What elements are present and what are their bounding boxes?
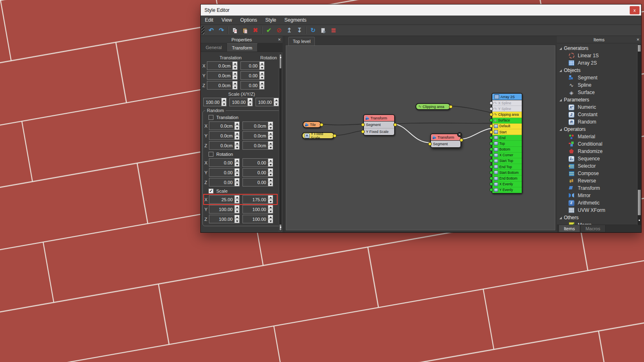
input-port[interactable] [489,101,493,105]
menu-options[interactable]: Options [236,16,261,25]
array-port-y-spline[interactable]: ∿Y Spline [492,106,522,112]
array-port-y-evenly[interactable]: Y Evenly [492,187,522,193]
random-translation-x-max-input[interactable]: 0.0cm [242,121,268,130]
node-transform-a[interactable]: Transform Segment Y Fixed Scale [363,114,395,136]
rotation-y-input[interactable]: 0.00 [240,71,259,80]
menu-edit[interactable]: Edit [201,16,218,25]
array-port-end-top[interactable]: End Top [492,164,522,170]
input-port[interactable] [489,159,493,163]
item-segment[interactable]: Segment [557,74,641,81]
discard-icon[interactable]: ⊘ [274,26,284,35]
spinner[interactable] [234,168,240,177]
section-others[interactable]: Others [557,214,641,221]
spinner[interactable] [234,121,240,130]
random-scale-x-max-input[interactable]: 175.00 [242,195,268,204]
node-tile[interactable]: Tile [303,121,321,128]
random-rotation-x-min-input[interactable]: 0.00 [209,158,234,167]
title-bar[interactable]: Style Editor x [201,4,641,16]
random-translation-y-max-input[interactable]: 0.0cm [242,131,268,140]
input-port[interactable] [489,142,493,145]
spinner[interactable] [268,178,273,187]
section-operators[interactable]: Operators [557,126,641,133]
spinner[interactable] [234,158,240,167]
style-list-icon[interactable]: ≣ [328,26,339,35]
array-port-start[interactable]: Start [492,129,522,135]
scale-y-spinner[interactable] [247,98,253,106]
random-scale-y-max-input[interactable]: 100.00 [242,205,268,214]
input-port[interactable] [489,182,493,186]
scale-y-input[interactable]: 100.00 [229,98,247,106]
paste-icon[interactable] [240,26,250,35]
random-scale-z-max-input[interactable]: 100.00 [242,215,268,223]
transform-a-input-y-fixed-scale[interactable]: Y Fixed Scale [364,128,394,135]
random-rotation-x-max-input[interactable]: 0.00 [242,158,268,167]
transform-b-header[interactable]: Transform [431,134,460,141]
item-uvw-xform[interactable]: UVW XForm [557,207,641,214]
input-port[interactable] [489,136,493,139]
input-port[interactable] [489,119,493,122]
input-port[interactable] [489,107,493,110]
segment-input-port[interactable] [361,123,365,127]
clipping-area-output-port[interactable] [449,105,453,108]
translation-z-spinner[interactable] [232,81,238,90]
array-port-default[interactable]: Default [492,124,522,129]
refresh-icon[interactable]: ↻ [308,26,318,35]
translation-x-spinner[interactable] [232,61,238,70]
input-port[interactable] [489,124,493,128]
transform-a-input-segment[interactable]: Segment [364,121,394,128]
rotation-x-input[interactable]: 0.00 [240,61,259,70]
translation-x-input[interactable]: 0.0cm [207,61,232,70]
menu-view[interactable]: View [218,16,236,25]
rotation-x-spinner[interactable] [259,61,265,70]
array-port-end-bottom[interactable]: End Bottom [492,175,522,181]
array-2s-header[interactable]: Array 2S [492,94,522,100]
rotation-y-spinner[interactable] [259,71,265,80]
item-surface[interactable]: ◈Surface [557,89,641,96]
random-rotation-z-min-input[interactable]: 0.00 [209,178,234,187]
random-translation-z-max-input[interactable]: 0.0cm [242,141,268,150]
items-scrollbar[interactable] [637,44,641,225]
item-compose[interactable]: Compose [557,170,641,177]
scale-z-input[interactable]: 100.00 [256,98,274,106]
items-header[interactable]: Items ✕ [557,36,641,43]
array-port-start-top[interactable]: Start Top [492,158,522,164]
properties-scrollbar[interactable] [279,53,282,232]
close-icon[interactable]: ✕ [636,38,640,42]
spinner[interactable] [234,205,240,214]
array-port-x-evenly[interactable]: X Evenly [492,182,522,187]
spinner[interactable] [234,131,240,140]
spinner[interactable] [234,195,240,204]
random-scale-y-min-input[interactable]: 100.00 [209,205,234,214]
scale-x-spinner[interactable] [221,98,227,106]
random-translation-x-min-input[interactable]: 0.0cm [209,121,234,130]
translation-y-spinner[interactable] [232,71,238,80]
item-spline[interactable]: ∿Spline [557,81,641,89]
expander-icon[interactable] [559,128,562,131]
item-conditional[interactable]: Conditional [557,140,641,148]
tab-transform[interactable]: Transform [227,43,258,52]
rotation-z-spinner[interactable] [259,81,265,90]
random-rotation-y-min-input[interactable]: 0.00 [209,168,234,177]
item-random[interactable]: RRandom [557,118,641,126]
y-fixed-scale-output-port[interactable] [333,134,337,137]
node-array-2s[interactable]: Array 2S ∿X Spline ∿Y Spline ∿Clipping a… [491,93,523,194]
random-rotation-z-max-input[interactable]: 0.00 [242,178,268,187]
array-port-clipping-area[interactable]: ∿Clipping area [492,112,522,117]
spinner[interactable] [234,215,240,223]
window-close-button[interactable]: x [630,6,640,14]
item-linear-1s[interactable]: Linear 1S [557,52,641,59]
node-clipping-area[interactable]: ∿ Clipping area [415,103,451,110]
array-port-x-spline[interactable]: ∿X Spline [492,100,522,106]
redo-icon[interactable]: ↷ [216,26,227,35]
random-rotation-checkbox[interactable] [209,152,213,157]
item-numeric[interactable]: X²Numeric [557,103,641,111]
section-generators[interactable]: Generators [557,45,641,52]
random-scale-z-min-input[interactable]: 100.00 [209,215,234,223]
random-translation-z-min-input[interactable]: 0.0cm [209,141,234,150]
spinner[interactable] [268,195,273,204]
export-style-icon[interactable] [318,26,328,35]
spinner[interactable] [268,158,273,167]
array-port-x-corner[interactable]: X Corner [492,153,522,158]
item-constant[interactable]: 2Constant [557,111,641,118]
panel-splitter[interactable] [283,36,285,232]
